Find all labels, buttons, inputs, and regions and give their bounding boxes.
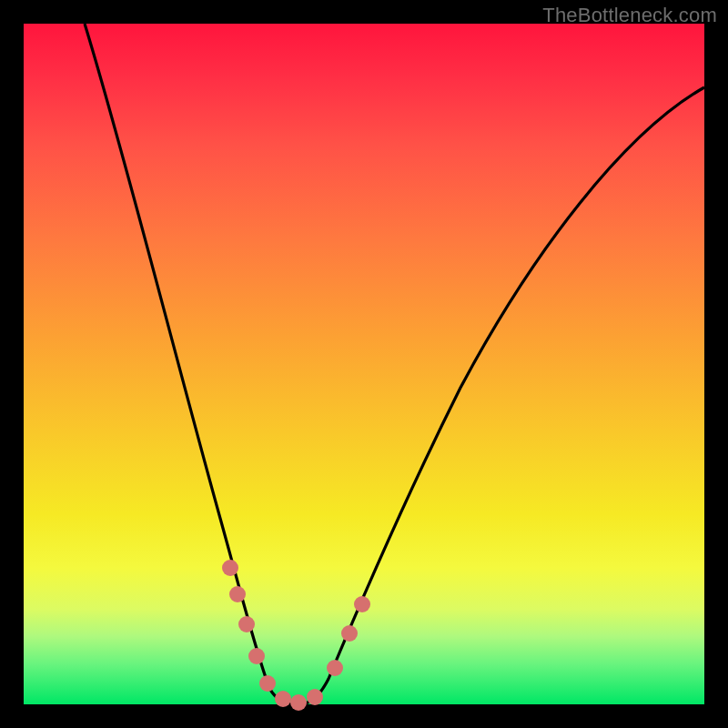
- marker-dot: [275, 691, 291, 707]
- plot-area: [24, 24, 704, 704]
- curve-markers: [222, 560, 370, 711]
- chart-frame: TheBottleneck.com: [0, 0, 728, 728]
- marker-dot: [327, 660, 343, 676]
- marker-dot: [248, 648, 265, 664]
- marker-dot: [238, 616, 255, 632]
- watermark-text: TheBottleneck.com: [542, 4, 717, 27]
- marker-dot: [290, 694, 307, 711]
- marker-dot: [341, 625, 358, 642]
- bottleneck-curve-svg: [24, 24, 704, 704]
- marker-dot: [229, 586, 246, 602]
- marker-dot: [354, 596, 370, 612]
- marker-dot: [222, 560, 238, 576]
- marker-dot: [259, 675, 276, 692]
- bottleneck-curve-path: [85, 24, 704, 704]
- marker-dot: [307, 689, 323, 705]
